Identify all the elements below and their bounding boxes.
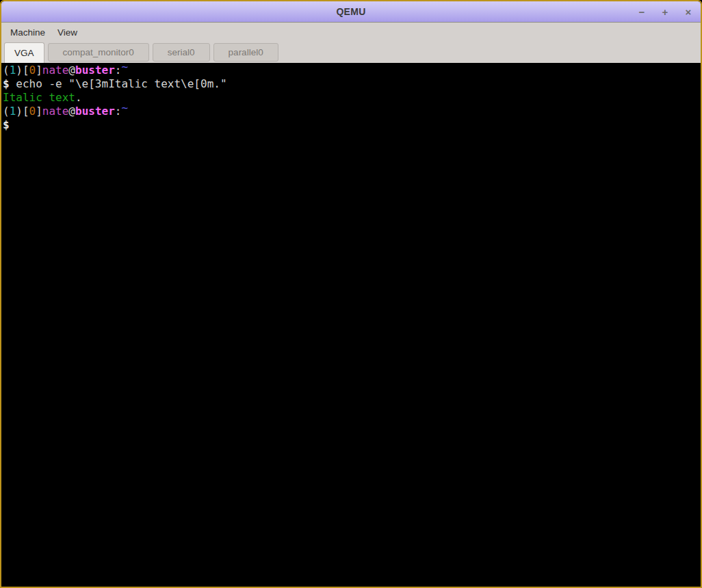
terminal-text-segment: echo -e "\e[3mItalic text\e[0m." <box>10 77 227 90</box>
terminal-text-segment: : <box>115 64 122 77</box>
terminal-text-segment: ] <box>36 105 42 118</box>
terminal-text-segment: 0 <box>29 64 36 77</box>
terminal-text-segment: $ <box>3 118 10 131</box>
tab-parallel0[interactable]: parallel0 <box>213 43 278 62</box>
terminal-lines: (1)[0]nate@buster:~$ echo -e "\e[3mItali… <box>3 64 701 132</box>
terminal-line: Italic text. <box>3 91 701 105</box>
terminal-text-segment: ( <box>3 64 10 77</box>
qemu-window: QEMU − + × Machine View VGA compat_monit… <box>0 0 702 588</box>
terminal-line: $ <box>3 118 701 132</box>
close-button[interactable]: × <box>681 5 695 18</box>
terminal-text-segment: : <box>115 105 122 118</box>
terminal-text-segment: buster <box>75 105 115 118</box>
tab-compat-monitor0[interactable]: compat_monitor0 <box>48 43 149 62</box>
maximize-button[interactable]: + <box>658 5 672 18</box>
terminal-line: $ echo -e "\e[3mItalic text\e[0m." <box>3 77 701 91</box>
terminal-text-segment: 1 <box>10 105 16 118</box>
terminal-text-segment: ] <box>36 64 42 77</box>
terminal-text-segment: )[ <box>16 105 29 118</box>
terminal-line: (1)[0]nate@buster:~ <box>3 64 701 77</box>
menu-view[interactable]: View <box>51 25 83 40</box>
terminal-line: (1)[0]nate@buster:~ <box>3 105 701 118</box>
terminal-text-segment: nate <box>42 64 69 77</box>
terminal-text-segment: 0 <box>29 105 36 118</box>
terminal-text-segment: nate <box>42 105 69 118</box>
terminal-text-segment: . <box>75 91 82 104</box>
window-title: QEMU <box>336 6 365 17</box>
terminal-text-segment: )[ <box>16 64 29 77</box>
terminal-text-segment: @ <box>68 105 75 118</box>
window-controls: − + × <box>635 1 695 22</box>
terminal-text-segment: Italic text <box>3 91 75 104</box>
terminal-screen[interactable]: (1)[0]nate@buster:~$ echo -e "\e[3mItali… <box>1 63 701 587</box>
menubar: Machine View <box>1 23 701 42</box>
menu-machine[interactable]: Machine <box>4 25 51 40</box>
terminal-text-segment: @ <box>68 64 75 77</box>
terminal-text-segment: ~ <box>121 101 128 115</box>
terminal-text-segment: $ <box>3 77 10 90</box>
tab-vga[interactable]: VGA <box>4 42 44 63</box>
titlebar: QEMU − + × <box>1 1 701 23</box>
terminal-text-segment: 1 <box>10 64 16 77</box>
tabbar: VGA compat_monitor0 serial0 parallel0 <box>1 42 701 63</box>
terminal-text-segment: ~ <box>121 63 128 74</box>
terminal-text-segment: ( <box>3 105 10 118</box>
tab-serial0[interactable]: serial0 <box>153 43 210 62</box>
terminal-text-segment: buster <box>75 64 115 77</box>
minimize-button[interactable]: − <box>635 5 649 18</box>
